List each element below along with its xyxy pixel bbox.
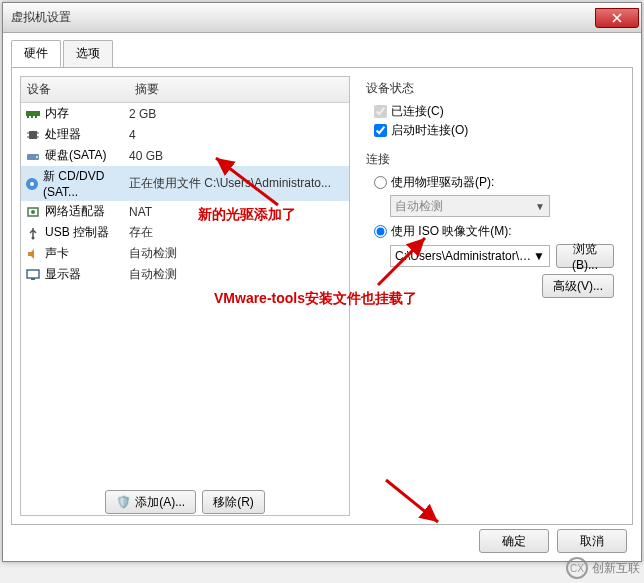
device-panel: 设备 摘要 内存 2 GB 处理器 4 硬盘(SATA) 40 GB xyxy=(20,76,350,516)
use-iso-radio[interactable]: 使用 ISO 映像文件(M): xyxy=(374,223,614,240)
ok-button[interactable]: 确定 xyxy=(479,529,549,553)
physical-drive-combo[interactable]: 自动检测▼ xyxy=(390,195,550,217)
chevron-down-icon: ▼ xyxy=(535,201,545,212)
titlebar: 虚拟机设置 xyxy=(3,3,641,33)
remove-button[interactable]: 移除(R) xyxy=(202,490,265,514)
list-item[interactable]: 内存 2 GB xyxy=(21,103,349,124)
advanced-button[interactable]: 高级(V)... xyxy=(542,274,614,298)
close-button[interactable] xyxy=(595,8,639,28)
chevron-down-icon: ▼ xyxy=(533,249,545,263)
list-item[interactable]: 声卡 自动检测 xyxy=(21,243,349,264)
browse-button[interactable]: 浏览(B)... xyxy=(556,244,614,268)
cd-icon xyxy=(25,176,39,192)
iso-path-combo[interactable]: C:\Users\Administrator\Desk▼ xyxy=(390,245,550,267)
column-summary: 摘要 xyxy=(129,77,349,102)
tab-options[interactable]: 选项 xyxy=(63,40,113,67)
svg-rect-16 xyxy=(27,270,39,278)
list-item[interactable]: 新 CD/DVD (SAT... 正在使用文件 C:\Users\Adminis… xyxy=(21,166,349,201)
shield-icon: 🛡️ xyxy=(116,495,131,509)
svg-point-15 xyxy=(32,236,35,239)
settings-panel: 设备状态 已连接(C) 启动时连接(O) 连接 使用物理驱动器(P): 自动检测… xyxy=(350,76,624,516)
disk-icon xyxy=(25,148,41,164)
usb-icon xyxy=(25,225,41,241)
cancel-button[interactable]: 取消 xyxy=(557,529,627,553)
device-status-label: 设备状态 xyxy=(366,80,614,97)
use-physical-radio[interactable]: 使用物理驱动器(P): xyxy=(374,174,614,191)
connect-at-power-checkbox[interactable]: 启动时连接(O) xyxy=(374,122,614,139)
device-list[interactable]: 内存 2 GB 处理器 4 硬盘(SATA) 40 GB 新 CD/DVD (S… xyxy=(21,103,349,515)
svg-point-12 xyxy=(30,182,34,186)
svg-point-14 xyxy=(31,210,35,214)
window-title: 虚拟机设置 xyxy=(11,9,595,26)
connection-label: 连接 xyxy=(366,151,614,168)
close-icon xyxy=(612,13,622,23)
svg-rect-3 xyxy=(35,116,37,118)
display-icon xyxy=(25,267,41,283)
add-button[interactable]: 🛡️添加(A)... xyxy=(105,490,196,514)
tab-strip: 硬件 选项 xyxy=(11,40,633,68)
list-item[interactable]: 硬盘(SATA) 40 GB xyxy=(21,145,349,166)
svg-rect-4 xyxy=(29,131,37,139)
memory-icon xyxy=(25,106,41,122)
list-item[interactable]: USB 控制器 存在 xyxy=(21,222,349,243)
network-icon xyxy=(25,204,41,220)
device-list-header: 设备 摘要 xyxy=(21,77,349,103)
sound-icon xyxy=(25,246,41,262)
watermark-text: 创新互联 xyxy=(592,560,640,577)
list-item[interactable]: 显示器 自动检测 xyxy=(21,264,349,285)
list-item[interactable]: 处理器 4 xyxy=(21,124,349,145)
connected-checkbox[interactable]: 已连接(C) xyxy=(374,103,614,120)
tab-hardware[interactable]: 硬件 xyxy=(11,40,61,67)
svg-rect-1 xyxy=(27,116,29,118)
svg-point-10 xyxy=(36,156,38,158)
svg-rect-0 xyxy=(26,111,40,116)
list-item[interactable]: 网络适配器 NAT xyxy=(21,201,349,222)
svg-rect-17 xyxy=(31,278,35,280)
cpu-icon xyxy=(25,127,41,143)
svg-rect-2 xyxy=(31,116,33,118)
column-device: 设备 xyxy=(21,77,129,102)
